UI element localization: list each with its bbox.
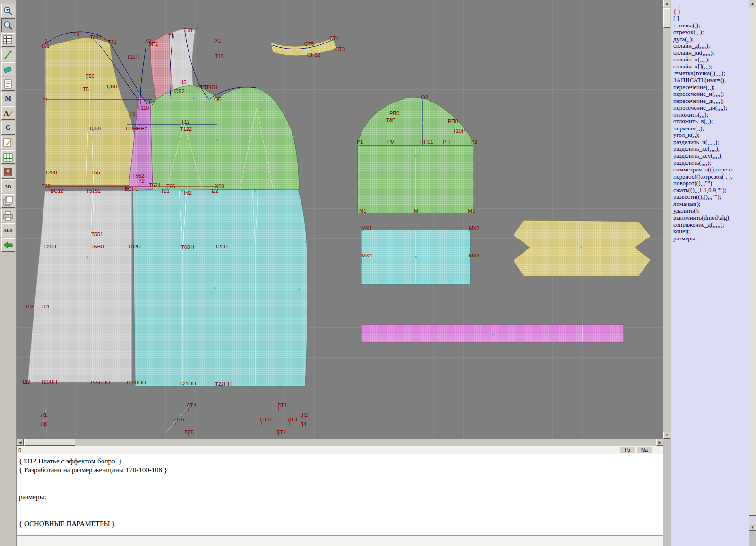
point-label: Р2 xyxy=(471,139,477,145)
point-label: Т5ВН xyxy=(91,244,104,249)
table-button[interactable] xyxy=(1,150,15,164)
grid-button[interactable] xyxy=(1,33,15,47)
view-3d-button[interactable]: 3D xyxy=(1,179,15,193)
command-item[interactable]: развести((),(),,,""); xyxy=(673,194,749,201)
measurements-button[interactable]: M xyxy=(1,92,15,105)
palette-scroll-down-button[interactable]: ▼ xyxy=(749,524,756,531)
command-item[interactable]: сплайн_кк(,,,,,); xyxy=(673,50,749,57)
command-item[interactable]: сжать((),,,1.1,0.9,""); xyxy=(673,187,749,194)
command-item[interactable]: симметрия_л((),отрезо xyxy=(673,166,749,173)
command-item[interactable]: дуга(,,); xyxy=(673,36,749,43)
point-label: Т20Н xyxy=(43,244,56,249)
command-item[interactable]: сплайн_к(,,,,); xyxy=(673,56,749,63)
notes-button[interactable] xyxy=(1,77,15,91)
scroll-right-button[interactable]: ▶ xyxy=(656,439,663,446)
left-toolbar: MAG3DALG xyxy=(0,0,17,546)
point-label: СП12 xyxy=(307,52,320,58)
point-label: МХ3 xyxy=(469,253,480,258)
text-tool-button[interactable]: A xyxy=(1,106,15,120)
text-tool-icon: A xyxy=(2,108,14,119)
command-item[interactable]: пересечение(,,); xyxy=(673,84,749,91)
command-item[interactable]: пересечение_д(,,,,); xyxy=(673,98,749,105)
command-item[interactable]: сплайн_к[](,,,); xyxy=(673,63,749,70)
command-item[interactable]: разделить_кс(,,,,); xyxy=(673,145,749,153)
pin-icon xyxy=(2,49,14,60)
point-label: Т110 xyxy=(137,105,149,111)
point-label: Т22Н xyxy=(215,244,228,249)
command-item[interactable]: сплайн_д(,,,,); xyxy=(673,43,749,50)
zoom-in-icon xyxy=(2,5,14,17)
command-item[interactable]: = ; xyxy=(673,1,749,9)
point-label: ЛТ3 xyxy=(288,417,297,422)
command-item[interactable]: :=метка(точка(,),,,,); xyxy=(673,70,749,77)
command-item[interactable]: ломаная(); xyxy=(673,201,749,208)
algorithm-editor[interactable]: {4312 Платье с эффектом болро }{ Разрабо… xyxy=(17,454,663,535)
back-button[interactable] xyxy=(1,238,15,252)
layers-icon xyxy=(2,196,14,207)
control-point xyxy=(193,97,194,98)
zoom-in-button[interactable] xyxy=(1,4,15,17)
command-item[interactable]: отрезок( , ); xyxy=(673,29,749,36)
control-point xyxy=(162,101,163,102)
command-item[interactable]: конец; xyxy=(673,228,749,235)
point-label: Т3 xyxy=(73,31,79,37)
command-item[interactable]: { } xyxy=(673,9,749,16)
point-label: Т550 xyxy=(89,126,101,131)
command-item[interactable]: разделить_ксу(,,,,); xyxy=(673,153,749,160)
command-item[interactable]: перенос((),отрезок( , ), xyxy=(673,173,749,180)
print-button[interactable] xyxy=(1,209,15,222)
point-label: Т72 xyxy=(136,178,145,184)
hscroll-thumb[interactable] xyxy=(24,439,75,446)
command-item[interactable]: разделить_н(,,,,,); xyxy=(673,139,749,146)
vscroll-thumb[interactable] xyxy=(663,8,670,28)
scroll-up-button[interactable]: ▲ xyxy=(663,0,670,7)
mode-md-button[interactable]: Мд xyxy=(637,447,652,453)
command-item[interactable]: :=точка(,); xyxy=(673,22,749,29)
command-item[interactable]: [ ] xyxy=(673,15,749,22)
control-point xyxy=(216,139,218,140)
command-item[interactable]: отложить_в(,,); xyxy=(673,118,749,125)
command-item[interactable]: удалить(); xyxy=(673,207,749,214)
sketch-button[interactable] xyxy=(1,136,15,149)
eraser-button[interactable] xyxy=(1,62,15,76)
command-item[interactable]: разделить(,,,,); xyxy=(673,160,749,167)
control-point xyxy=(580,246,582,247)
editor-line: { ОСНОВНЫЕ ПАРАМЕТРЫ } xyxy=(19,520,663,529)
command-item[interactable]: угол_к(,,); xyxy=(673,132,749,139)
model-photo-button[interactable] xyxy=(1,165,15,179)
point-label: 3 xyxy=(196,25,198,30)
canvas-vscrollbar[interactable]: ▲ ▼ xyxy=(663,0,671,439)
point-label: Т62 xyxy=(183,190,192,196)
pin-button[interactable] xyxy=(1,48,15,61)
command-item[interactable]: поворот((),,,""); xyxy=(673,180,749,187)
command-item[interactable]: отложить(,,,); xyxy=(673,111,749,119)
palette-scroll-thumb[interactable] xyxy=(749,8,756,516)
command-item[interactable]: сопряжение_д(,,,,,); xyxy=(673,222,749,229)
canvas-hscrollbar[interactable]: ◀ ▶ xyxy=(17,439,663,446)
mode-rz-button[interactable]: Рз xyxy=(620,447,635,453)
point-label: ЛТ4 xyxy=(187,402,196,408)
point-label: О2 xyxy=(421,94,428,100)
point-label: РП0 xyxy=(389,111,399,116)
command-item[interactable]: нормаль(,,); xyxy=(673,125,749,132)
piece-collar-texture xyxy=(271,38,337,56)
graphics-button[interactable]: G xyxy=(1,121,15,135)
algorithms-button[interactable]: ALG xyxy=(1,223,15,237)
piece-belt-texture xyxy=(513,220,651,276)
drawing-canvas[interactable]: Т1Т01Т3Т444Т41Х26П1Т6Т183Х1Т15Т11ПСТ5СТ4… xyxy=(17,0,663,439)
command-item[interactable]: пересечение_н(,,,,); xyxy=(673,91,749,98)
scroll-left-button[interactable]: ◀ xyxy=(17,439,24,446)
layers-button[interactable] xyxy=(1,194,15,208)
command-item[interactable]: ЗАПИСАТЬ(имя=(), xyxy=(673,77,749,84)
zoom-button[interactable] xyxy=(1,18,15,32)
scroll-down-button[interactable]: ▼ xyxy=(663,432,670,439)
command-item[interactable]: пересечение_дн(,,,,); xyxy=(673,104,749,111)
palette-scroll-up-button[interactable]: ▲ xyxy=(749,0,756,7)
piece-back-bodice-texture xyxy=(45,37,138,185)
point-label: ППННН2 xyxy=(126,126,147,131)
command-item[interactable]: выполнить(dmod\alg); xyxy=(673,214,749,222)
point-label: МХ4 xyxy=(361,253,372,258)
command-item[interactable]: размеры; xyxy=(673,235,749,242)
point-label: Т92Н xyxy=(128,244,141,249)
palette-scrollbar[interactable]: ▲ ▼ xyxy=(749,0,756,531)
